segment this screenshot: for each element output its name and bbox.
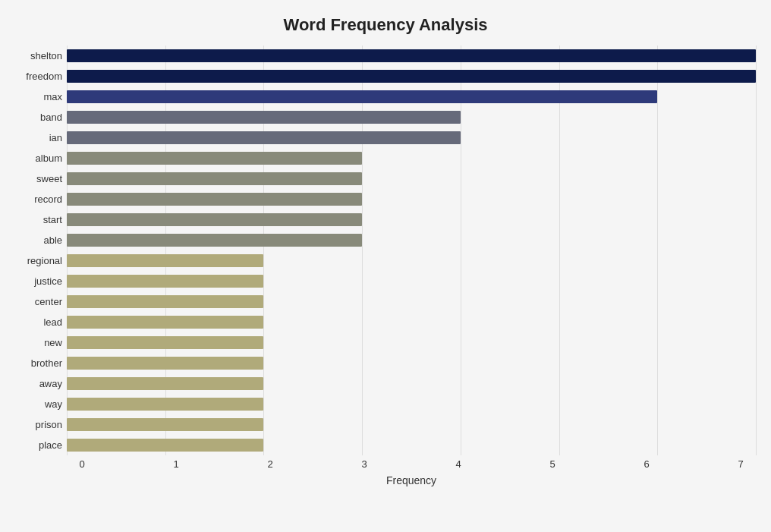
y-label: regional (27, 256, 62, 266)
bar (67, 254, 263, 267)
x-tick: 7 (725, 458, 756, 470)
bar-row (67, 291, 756, 312)
y-label: shelton (30, 51, 62, 61)
grid-line (756, 46, 757, 455)
chart-area: sheltonfreedommaxbandianalbumsweetrecord… (15, 46, 756, 486)
y-label: start (43, 215, 62, 225)
bar (67, 193, 362, 206)
y-label: able (43, 235, 62, 245)
bar-row (67, 250, 756, 271)
bar-row (67, 66, 756, 87)
bar-row (67, 209, 756, 230)
bar (67, 398, 263, 411)
x-tick: 6 (631, 458, 662, 470)
x-tick-row: 01234567 (67, 455, 756, 471)
y-label: new (44, 338, 62, 348)
y-label: album (36, 153, 62, 163)
bar (67, 439, 263, 452)
bar (67, 111, 461, 124)
bar (67, 172, 362, 185)
bar-row (67, 394, 756, 414)
bar-row (67, 189, 756, 209)
x-axis-label: Frequency (67, 474, 756, 486)
bar-row (67, 435, 756, 455)
y-label: way (45, 399, 62, 409)
bar-row (67, 107, 756, 127)
bar-row (67, 353, 756, 373)
y-label: away (39, 379, 62, 389)
y-label: record (34, 194, 62, 204)
bar (67, 70, 756, 83)
bar-row (67, 87, 756, 107)
bar (67, 295, 263, 308)
y-labels: sheltonfreedommaxbandianalbumsweetrecord… (15, 46, 67, 455)
y-label: sweet (36, 174, 62, 184)
bar (67, 377, 263, 390)
y-label: max (43, 92, 62, 102)
bar (67, 152, 362, 165)
bar-row (67, 230, 756, 250)
y-label: freedom (26, 71, 62, 81)
x-tick: 4 (443, 458, 474, 470)
bar (67, 131, 461, 144)
bar (67, 275, 263, 288)
bar (67, 213, 362, 226)
y-label: brother (31, 358, 62, 368)
bar (67, 336, 263, 349)
x-tick: 1 (161, 458, 191, 470)
bar-row (67, 46, 756, 66)
bar-row (67, 332, 756, 353)
bars-and-grid (67, 46, 756, 455)
bar (67, 49, 756, 62)
x-axis-area: 01234567 Frequency (67, 455, 756, 486)
y-label: center (35, 297, 62, 307)
x-tick: 5 (537, 458, 568, 470)
bar-row (67, 312, 756, 332)
bar-row (67, 168, 756, 189)
y-label: band (40, 112, 62, 122)
bar-row (67, 414, 756, 435)
bar (67, 90, 657, 103)
chart-title: Word Frequency Analysis (15, 15, 756, 35)
plot-area: sheltonfreedommaxbandianalbumsweetrecord… (15, 46, 756, 455)
bars-column (67, 46, 756, 455)
bar-row (67, 127, 756, 148)
x-tick: 0 (67, 458, 97, 470)
y-label: ian (49, 133, 62, 143)
y-label: place (39, 440, 62, 450)
bar (67, 418, 263, 431)
bar (67, 234, 362, 247)
bar-row (67, 148, 756, 168)
bar-row (67, 373, 756, 394)
bar (67, 316, 263, 329)
bar (67, 357, 263, 370)
y-label: lead (43, 317, 62, 327)
x-tick: 3 (349, 458, 379, 470)
y-label: justice (34, 276, 62, 286)
chart-container: Word Frequency Analysis sheltonfreedomma… (0, 0, 771, 532)
x-tick: 2 (255, 458, 285, 470)
bar-row (67, 271, 756, 291)
y-label: prison (36, 420, 62, 430)
